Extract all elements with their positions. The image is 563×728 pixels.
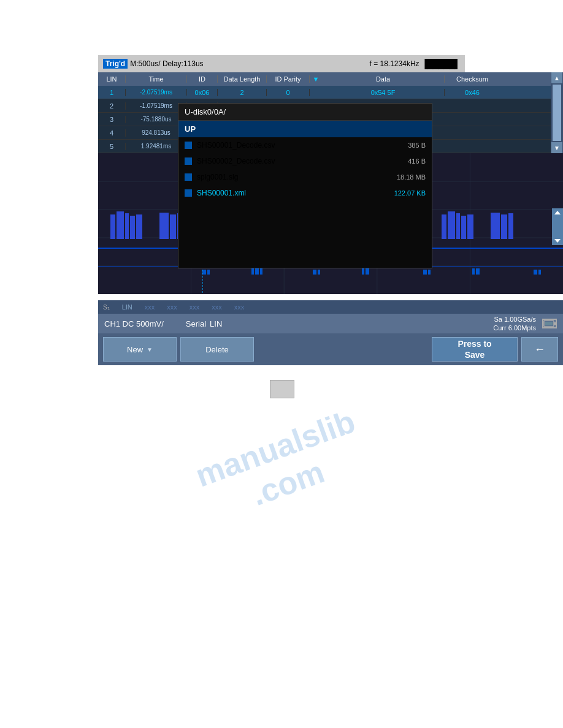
svg-rect-52 <box>423 270 427 275</box>
file-size: 18.18 MB <box>397 173 426 181</box>
trig-params: M:500us/ Delay:113us <box>130 59 203 68</box>
back-button-icon: ← <box>534 343 545 356</box>
channel-serial: Serial <box>186 319 206 328</box>
svg-rect-51 <box>366 268 369 275</box>
file-name-selected: SHS00001.xml <box>197 189 389 197</box>
cell-checksum: 0x46 <box>445 89 500 96</box>
file-size-selected: 122.07 KB <box>394 189 426 197</box>
cell-parity: 0 <box>267 89 310 96</box>
file-browser-up[interactable]: UP <box>178 121 432 137</box>
file-item[interactable]: splg0001.slg 18.18 MB <box>178 169 432 185</box>
svg-rect-36 <box>461 216 466 239</box>
file-icon <box>185 189 192 197</box>
table-header: LIN Time ID Data Length ID Parity ▼ Data… <box>98 72 563 86</box>
channel-info-right: Sa 1.00GSa/s Curr 6.00Mpts <box>493 315 557 333</box>
curr-mpts: Curr 6.00Mpts <box>493 324 536 332</box>
status-ticks-3: xxx <box>190 303 200 311</box>
channel-info-left: CH1 DC 500mV/ Serial LIN <box>104 319 222 328</box>
file-size: 385 B <box>408 142 426 149</box>
scroll-thumb <box>553 85 561 141</box>
save-button[interactable]: Press toSave <box>432 337 518 362</box>
table-scrollbar[interactable]: ▲ ▼ <box>551 72 563 153</box>
svg-rect-43 <box>202 270 206 275</box>
battery-icon: ▐█████▌ <box>422 59 460 69</box>
file-item[interactable]: SHS00001_Decode.csv 385 B <box>178 137 432 153</box>
delete-button[interactable]: Delete <box>180 337 254 362</box>
col-data-length: Data Length <box>218 75 267 83</box>
cell-dl: 2 <box>218 89 267 96</box>
svg-rect-11 <box>125 213 129 239</box>
svg-rect-48 <box>313 270 316 275</box>
svg-rect-33 <box>442 214 446 239</box>
status-ticks-5: xxx <box>234 303 245 311</box>
svg-rect-56 <box>534 270 537 275</box>
file-icon <box>185 173 192 181</box>
status-ticks-1: xxx <box>145 303 155 311</box>
trig-label: Trig'd <box>103 59 128 69</box>
usb-icon <box>542 319 557 328</box>
file-browser[interactable]: U-disk0/0A/ UP SHS00001_Decode.csv 385 B… <box>178 103 432 268</box>
col-id: ID <box>187 75 218 83</box>
scroll-up-button[interactable]: ▲ <box>551 72 562 83</box>
svg-rect-53 <box>428 270 431 275</box>
svg-rect-14 <box>159 213 169 239</box>
status-channel: LIN <box>122 303 132 311</box>
delete-button-label: Delete <box>205 345 229 354</box>
file-name: SHS00001_Decode.csv <box>197 141 403 150</box>
file-icon <box>185 142 192 149</box>
col-arrow: ▼ <box>310 75 322 83</box>
svg-rect-55 <box>476 268 480 275</box>
svg-rect-63 <box>545 322 553 325</box>
freq-value: f = 18.1234kHz <box>370 59 419 68</box>
svg-rect-49 <box>318 270 320 275</box>
cell-lin: 5 <box>98 143 126 150</box>
col-checksum: Checksum <box>445 75 500 83</box>
file-size: 416 B <box>408 157 426 165</box>
watermark-line2: .com <box>109 403 466 563</box>
channel-protocol: LIN <box>210 319 222 328</box>
svg-rect-35 <box>456 213 460 239</box>
cell-id: 0x06 <box>187 89 218 96</box>
top-info-bar: Trig'd M:500us/ Delay:113us f = 18.1234k… <box>98 55 465 72</box>
svg-rect-40 <box>508 213 513 239</box>
cell-lin: 3 <box>98 116 126 123</box>
cell-time: -2.07519ms <box>126 89 187 96</box>
svg-rect-54 <box>472 268 475 275</box>
col-id-parity: ID Parity <box>267 75 310 83</box>
file-item-selected[interactable]: SHS00001.xml 122.07 KB <box>178 185 432 201</box>
freq-info: f = 18.1234kHz ▐█████▌ <box>370 59 461 69</box>
trig-info: Trig'd M:500us/ Delay:113us <box>103 59 204 69</box>
bottom-toolbar: New ▼ Delete Press toSave ← <box>98 333 563 365</box>
col-lin: LIN <box>98 75 126 83</box>
status-ticks-2: xxx <box>167 303 177 311</box>
status-bar: S₁ LIN xxx xxx xxx xxx xxx <box>98 300 563 314</box>
save-button-label: Press toSave <box>458 338 491 360</box>
new-button-label: New <box>127 345 143 354</box>
file-item[interactable]: SHS00002_Decode.csv 416 B <box>178 153 432 169</box>
svg-rect-50 <box>362 268 364 275</box>
page-thumbnail <box>270 380 294 398</box>
sample-rate: Sa 1.00GSa/s <box>493 315 536 324</box>
col-time: Time <box>126 75 187 83</box>
col-data: Data <box>322 75 445 83</box>
cell-lin: 1 <box>98 89 126 96</box>
file-browser-title: U-disk0/0A/ <box>185 107 226 116</box>
file-browser-header: U-disk0/0A/ <box>178 104 432 121</box>
sample-info: Sa 1.00GSa/s Curr 6.00Mpts <box>493 315 536 333</box>
svg-rect-34 <box>448 211 455 239</box>
svg-rect-46 <box>255 268 259 275</box>
svg-rect-57 <box>538 270 541 275</box>
file-name: SHS00002_Decode.csv <box>197 157 403 165</box>
scroll-down-button[interactable]: ▼ <box>551 142 562 153</box>
cell-data: 0x54 5F <box>322 89 445 96</box>
table-row[interactable]: 1 -2.07519ms 0x06 2 0 0x54 5F 0x46 <box>98 86 563 99</box>
svg-rect-37 <box>467 214 473 239</box>
cell-lin: 4 <box>98 129 126 137</box>
svg-rect-47 <box>260 268 262 275</box>
file-icon <box>185 157 192 165</box>
back-button[interactable]: ← <box>521 337 558 362</box>
channel-label: CH1 DC 500mV/ <box>104 319 164 328</box>
up-label: UP <box>185 124 196 134</box>
svg-rect-38 <box>491 213 500 239</box>
new-button[interactable]: New ▼ <box>103 337 177 362</box>
